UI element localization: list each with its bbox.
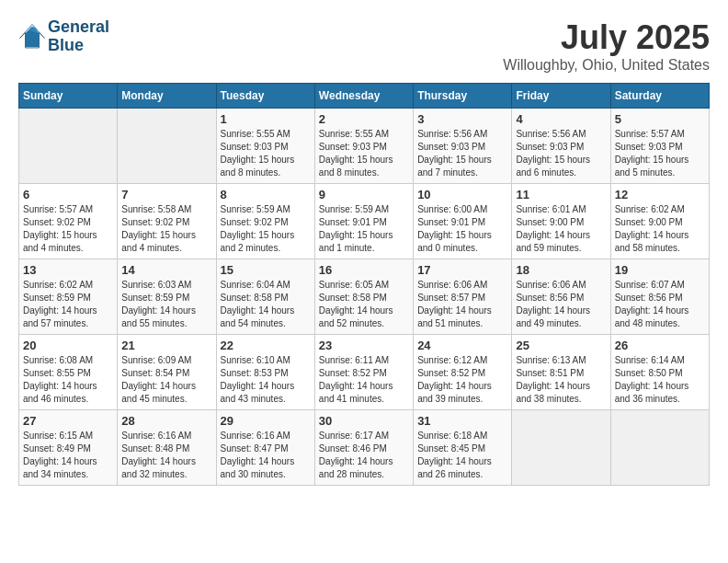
- calendar-cell: 3Sunrise: 5:56 AM Sunset: 9:03 PM Daylig…: [414, 109, 512, 184]
- day-number: 31: [417, 414, 507, 428]
- day-info: Sunrise: 6:13 AM Sunset: 8:51 PM Dayligh…: [516, 354, 606, 406]
- weekday-header-thursday: Thursday: [414, 84, 512, 109]
- weekday-header-saturday: Saturday: [610, 84, 709, 109]
- day-info: Sunrise: 6:05 AM Sunset: 8:58 PM Dayligh…: [319, 279, 409, 330]
- day-info: Sunrise: 6:09 AM Sunset: 8:54 PM Dayligh…: [121, 354, 211, 406]
- calendar-cell: 7Sunrise: 5:58 AM Sunset: 9:02 PM Daylig…: [118, 184, 216, 259]
- day-number: 28: [121, 414, 211, 428]
- weekday-header-sunday: Sunday: [19, 84, 118, 109]
- day-number: 13: [23, 263, 113, 277]
- day-info: Sunrise: 6:12 AM Sunset: 8:52 PM Dayligh…: [417, 354, 507, 406]
- day-number: 15: [221, 263, 311, 277]
- day-info: Sunrise: 6:18 AM Sunset: 8:45 PM Dayligh…: [417, 430, 507, 481]
- day-info: Sunrise: 5:57 AM Sunset: 9:02 PM Dayligh…: [23, 203, 113, 255]
- day-number: 23: [319, 339, 409, 352]
- day-number: 21: [121, 339, 211, 352]
- day-info: Sunrise: 5:55 AM Sunset: 9:03 PM Dayligh…: [221, 128, 311, 179]
- day-number: 9: [319, 188, 409, 201]
- day-number: 29: [221, 414, 311, 428]
- calendar-cell: 5Sunrise: 5:57 AM Sunset: 9:03 PM Daylig…: [610, 109, 709, 184]
- calendar-cell: 24Sunrise: 6:12 AM Sunset: 8:52 PM Dayli…: [414, 335, 512, 410]
- calendar-week-1: 1Sunrise: 5:55 AM Sunset: 9:03 PM Daylig…: [19, 109, 710, 184]
- day-number: 14: [121, 263, 211, 277]
- day-number: 11: [516, 188, 606, 201]
- calendar-cell: 25Sunrise: 6:13 AM Sunset: 8:51 PM Dayli…: [512, 335, 610, 410]
- calendar-cell: 19Sunrise: 6:07 AM Sunset: 8:56 PM Dayli…: [610, 259, 709, 335]
- calendar-cell: [512, 410, 610, 486]
- calendar-cell: 6Sunrise: 5:57 AM Sunset: 9:02 PM Daylig…: [19, 184, 118, 259]
- weekday-header-monday: Monday: [118, 84, 216, 109]
- calendar-cell: 14Sunrise: 6:03 AM Sunset: 8:59 PM Dayli…: [118, 259, 216, 335]
- day-number: 4: [516, 112, 606, 126]
- day-number: 24: [417, 339, 507, 352]
- day-info: Sunrise: 5:59 AM Sunset: 9:02 PM Dayligh…: [221, 203, 311, 255]
- day-number: 17: [417, 263, 507, 277]
- logo-text: General Blue: [48, 18, 109, 55]
- day-info: Sunrise: 5:55 AM Sunset: 9:03 PM Dayligh…: [319, 128, 409, 179]
- calendar-cell: 21Sunrise: 6:09 AM Sunset: 8:54 PM Dayli…: [118, 335, 216, 410]
- day-number: 7: [121, 188, 211, 201]
- calendar-cell: 1Sunrise: 5:55 AM Sunset: 9:03 PM Daylig…: [216, 109, 314, 184]
- day-number: 26: [615, 339, 705, 352]
- day-info: Sunrise: 5:57 AM Sunset: 9:03 PM Dayligh…: [615, 128, 705, 179]
- calendar-subtitle: Willoughby, Ohio, United States: [503, 57, 710, 74]
- day-number: 5: [615, 112, 705, 126]
- calendar-cell: 22Sunrise: 6:10 AM Sunset: 8:53 PM Dayli…: [216, 335, 314, 410]
- weekday-header-wednesday: Wednesday: [314, 84, 413, 109]
- day-info: Sunrise: 6:00 AM Sunset: 9:01 PM Dayligh…: [417, 203, 507, 255]
- weekday-header-tuesday: Tuesday: [216, 84, 314, 109]
- day-info: Sunrise: 6:06 AM Sunset: 8:56 PM Dayligh…: [516, 279, 606, 330]
- weekday-header-friday: Friday: [512, 84, 610, 109]
- calendar-cell: 15Sunrise: 6:04 AM Sunset: 8:58 PM Dayli…: [216, 259, 314, 335]
- calendar-cell: 27Sunrise: 6:15 AM Sunset: 8:49 PM Dayli…: [19, 410, 118, 486]
- day-info: Sunrise: 6:15 AM Sunset: 8:49 PM Dayligh…: [23, 430, 113, 481]
- calendar-cell: 12Sunrise: 6:02 AM Sunset: 9:00 PM Dayli…: [610, 184, 709, 259]
- day-number: 1: [221, 112, 311, 126]
- day-number: 19: [615, 263, 705, 277]
- calendar-cell: 9Sunrise: 5:59 AM Sunset: 9:01 PM Daylig…: [314, 184, 413, 259]
- calendar-cell: 29Sunrise: 6:16 AM Sunset: 8:47 PM Dayli…: [216, 410, 314, 486]
- day-info: Sunrise: 6:10 AM Sunset: 8:53 PM Dayligh…: [221, 354, 311, 406]
- calendar-cell: 16Sunrise: 6:05 AM Sunset: 8:58 PM Dayli…: [314, 259, 413, 335]
- day-info: Sunrise: 6:17 AM Sunset: 8:46 PM Dayligh…: [319, 430, 409, 481]
- day-number: 8: [221, 188, 311, 201]
- day-info: Sunrise: 6:07 AM Sunset: 8:56 PM Dayligh…: [615, 279, 705, 330]
- day-number: 16: [319, 263, 409, 277]
- day-info: Sunrise: 6:01 AM Sunset: 9:00 PM Dayligh…: [516, 203, 606, 255]
- day-info: Sunrise: 6:02 AM Sunset: 8:59 PM Dayligh…: [23, 279, 113, 330]
- calendar-cell: 13Sunrise: 6:02 AM Sunset: 8:59 PM Dayli…: [19, 259, 118, 335]
- day-info: Sunrise: 6:06 AM Sunset: 8:57 PM Dayligh…: [417, 279, 507, 330]
- day-number: 10: [417, 188, 507, 201]
- logo: General Blue: [18, 18, 109, 55]
- calendar-cell: 18Sunrise: 6:06 AM Sunset: 8:56 PM Dayli…: [512, 259, 610, 335]
- day-info: Sunrise: 6:16 AM Sunset: 8:48 PM Dayligh…: [121, 430, 211, 481]
- day-info: Sunrise: 6:02 AM Sunset: 9:00 PM Dayligh…: [615, 203, 705, 255]
- day-number: 25: [516, 339, 606, 352]
- calendar-cell: 28Sunrise: 6:16 AM Sunset: 8:48 PM Dayli…: [118, 410, 216, 486]
- day-number: 27: [23, 414, 113, 428]
- day-info: Sunrise: 6:03 AM Sunset: 8:59 PM Dayligh…: [121, 279, 211, 330]
- calendar-cell: 2Sunrise: 5:55 AM Sunset: 9:03 PM Daylig…: [314, 109, 413, 184]
- calendar-week-3: 13Sunrise: 6:02 AM Sunset: 8:59 PM Dayli…: [19, 259, 710, 335]
- weekday-header-row: SundayMondayTuesdayWednesdayThursdayFrid…: [19, 84, 710, 109]
- calendar-title: July 2025: [503, 18, 710, 57]
- day-info: Sunrise: 5:56 AM Sunset: 9:03 PM Dayligh…: [516, 128, 606, 179]
- logo-line2: Blue: [48, 37, 109, 55]
- day-number: 18: [516, 263, 606, 277]
- calendar-cell: 4Sunrise: 5:56 AM Sunset: 9:03 PM Daylig…: [512, 109, 610, 184]
- calendar-cell: 30Sunrise: 6:17 AM Sunset: 8:46 PM Dayli…: [314, 410, 413, 486]
- day-info: Sunrise: 6:08 AM Sunset: 8:55 PM Dayligh…: [23, 354, 113, 406]
- day-info: Sunrise: 6:14 AM Sunset: 8:50 PM Dayligh…: [615, 354, 705, 406]
- day-info: Sunrise: 5:56 AM Sunset: 9:03 PM Dayligh…: [417, 128, 507, 179]
- calendar-week-2: 6Sunrise: 5:57 AM Sunset: 9:02 PM Daylig…: [19, 184, 710, 259]
- calendar-cell: 31Sunrise: 6:18 AM Sunset: 8:45 PM Dayli…: [414, 410, 512, 486]
- day-number: 30: [319, 414, 409, 428]
- calendar-cell: [19, 109, 118, 184]
- day-number: 3: [417, 112, 507, 126]
- calendar-week-5: 27Sunrise: 6:15 AM Sunset: 8:49 PM Dayli…: [19, 410, 710, 486]
- calendar-cell: [118, 109, 216, 184]
- calendar-cell: 11Sunrise: 6:01 AM Sunset: 9:00 PM Dayli…: [512, 184, 610, 259]
- day-info: Sunrise: 6:11 AM Sunset: 8:52 PM Dayligh…: [319, 354, 409, 406]
- calendar-table: SundayMondayTuesdayWednesdayThursdayFrid…: [18, 83, 710, 486]
- calendar-cell: 20Sunrise: 6:08 AM Sunset: 8:55 PM Dayli…: [19, 335, 118, 410]
